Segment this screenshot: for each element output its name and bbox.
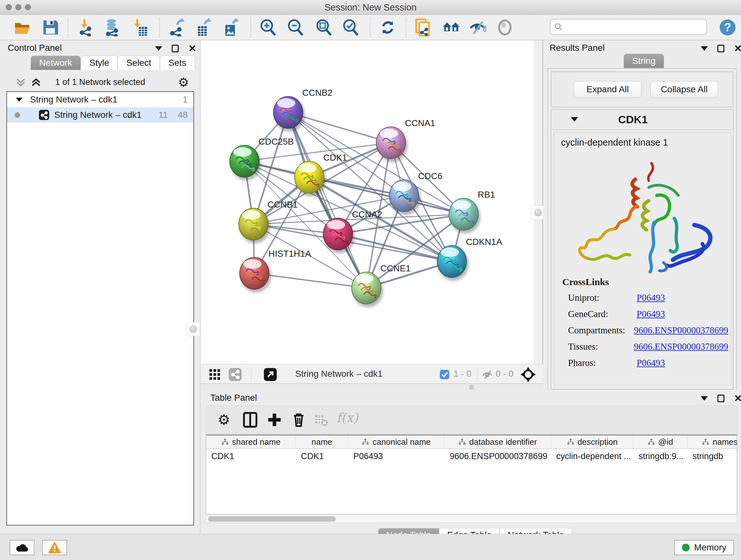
table-panel-close-icon[interactable]: ✕ — [734, 395, 741, 402]
column-header-database-identifier[interactable]: database identifier — [445, 435, 551, 448]
uniprot-link[interactable]: P06493 — [636, 293, 665, 303]
network-node-CCNA1[interactable]: CCNA1 — [376, 118, 435, 159]
export-network-icon[interactable] — [169, 18, 186, 37]
genecard-link[interactable]: P06493 — [636, 309, 665, 319]
open-in-window-icon[interactable] — [263, 368, 277, 381]
collection-expander-icon[interactable] — [16, 98, 22, 102]
show-columns-icon[interactable] — [242, 412, 259, 428]
search-input[interactable] — [565, 21, 702, 33]
table-panel-float-icon[interactable] — [718, 395, 724, 402]
birds-eye-view-icon[interactable] — [521, 367, 536, 382]
network-view-canvas[interactable]: CCNB2CCNA1CDC25BCDK1CDC6RB1CCNB1CCNA2CDK… — [201, 40, 534, 364]
results-panel-float-icon[interactable] — [718, 45, 724, 52]
create-column-icon[interactable] — [266, 412, 283, 428]
tissues-link[interactable]: 9606.ENSP00000378699 — [634, 341, 728, 352]
table-cell[interactable]: CDK1 — [296, 449, 348, 463]
zoom-selected-icon[interactable] — [342, 18, 360, 37]
first-neighbors-icon[interactable] — [442, 18, 460, 37]
export-image-icon[interactable] — [223, 18, 241, 37]
selected-checkbox-icon[interactable] — [440, 369, 450, 380]
table-cell[interactable]: stringdb:9... — [633, 449, 687, 463]
left-splitter-handle[interactable] — [186, 322, 200, 336]
open-session-icon[interactable] — [13, 18, 31, 37]
function-builder-icon: f(x) — [336, 410, 353, 427]
tab-string[interactable]: String — [623, 54, 664, 68]
protein-structure-image — [563, 155, 723, 273]
column-header-canonical-name[interactable]: canonical name — [348, 435, 445, 448]
tab-select[interactable]: Select — [118, 56, 160, 70]
collection-count: 1 — [183, 92, 188, 107]
table-cell[interactable]: CDK1 — [206, 449, 296, 463]
search-field[interactable] — [550, 19, 707, 35]
save-session-icon[interactable] — [42, 18, 59, 37]
network-options-gear-icon[interactable]: ⚙ — [178, 75, 189, 89]
pharos-link[interactable]: P06493 — [636, 358, 665, 368]
network-node-HIST1H1A[interactable]: HIST1H1A — [240, 249, 311, 289]
memory-button[interactable]: Memory — [674, 540, 734, 555]
network-node-count: 11 — [158, 107, 168, 123]
results-panel-close-icon[interactable]: ✕ — [734, 45, 741, 52]
table-cell[interactable]: stringdb — [687, 449, 737, 463]
show-all-icon[interactable] — [496, 18, 514, 37]
network-node-CDKN1A[interactable]: CDKN1A — [437, 237, 502, 277]
table-cell[interactable]: P06493 — [348, 449, 445, 463]
refresh-icon[interactable] — [379, 18, 397, 37]
zoom-out-icon[interactable] — [286, 18, 305, 37]
table-row[interactable]: CDK1CDK1P064939606.ENSP00000378699cyclin… — [206, 449, 737, 463]
table-cell[interactable]: cyclin-dependent ... — [551, 449, 633, 463]
network-node-CCNB1[interactable]: CCNB1 — [239, 199, 298, 240]
import-table-file-icon[interactable] — [131, 18, 148, 37]
control-panel-close-icon[interactable]: ✕ — [188, 45, 196, 52]
crosslink-label: GeneCard: — [568, 309, 636, 319]
network-thumbnail-icon[interactable] — [228, 368, 242, 381]
scrollbar-thumb[interactable] — [208, 516, 336, 522]
help-icon[interactable]: ? — [719, 18, 737, 37]
tab-network[interactable]: Network — [30, 56, 81, 70]
zoom-in-icon[interactable] — [259, 18, 277, 37]
cloud-status-button[interactable] — [10, 540, 35, 555]
window-close-button[interactable] — [6, 4, 12, 10]
crosslinks-heading: CrossLinks — [562, 276, 728, 287]
control-panel-float-icon[interactable] — [172, 45, 179, 52]
table-panel-menu-icon[interactable] — [701, 396, 708, 401]
network-row[interactable]: String Network – cdk1 11 48 — [7, 107, 193, 123]
gene-symbol: CDK1 — [618, 113, 648, 126]
compartments-link[interactable]: 9606.ENSP00000378699 — [634, 325, 728, 335]
column-header-shared-name[interactable]: shared name — [206, 435, 296, 448]
gene-expander-icon[interactable] — [571, 117, 578, 122]
warning-icon — [48, 542, 61, 553]
tab-sets[interactable]: Sets — [160, 56, 195, 70]
export-table-icon[interactable] — [195, 18, 213, 37]
network-edge-CCNE1-CCNB2[interactable] — [288, 112, 366, 288]
hide-selected-icon[interactable] — [468, 18, 486, 37]
grid-view-icon[interactable] — [208, 368, 221, 381]
crosslink-label: Uniprot: — [568, 293, 636, 303]
control-panel-menu-icon[interactable] — [155, 46, 162, 51]
table-options-gear-icon[interactable]: ⚙ — [218, 412, 234, 428]
network-edge-CCNE1-HIST1H1A[interactable] — [254, 273, 366, 288]
zoom-fit-icon[interactable] — [315, 18, 333, 37]
network-collection-row[interactable]: String Network – cdk1 1 — [7, 92, 193, 107]
expand-all-button[interactable]: Expand All — [574, 81, 642, 98]
import-network-database-icon[interactable] — [103, 18, 121, 37]
collapse-all-button[interactable]: Collapse All — [650, 81, 718, 98]
node-label-RB1: RB1 — [478, 190, 495, 199]
tab-style[interactable]: Style — [81, 56, 118, 70]
search-icon — [554, 23, 562, 31]
column-header--id[interactable]: @id — [633, 435, 687, 448]
results-panel-menu-icon[interactable] — [701, 46, 708, 51]
column-header-namespace[interactable]: namespace — [687, 435, 737, 448]
table-cell[interactable]: 9606.ENSP00000378699 — [445, 449, 551, 463]
window-zoom-button[interactable] — [25, 4, 31, 10]
warning-status-button[interactable] — [42, 540, 67, 555]
column-header-name[interactable]: name — [296, 435, 348, 448]
network-node-RB1[interactable]: RB1 — [449, 190, 495, 230]
column-header-description[interactable]: description — [551, 435, 633, 448]
clone-network-icon[interactable] — [414, 18, 432, 37]
window-minimize-button[interactable] — [15, 4, 21, 10]
network-edge-count: 48 — [178, 107, 188, 123]
delete-column-icon[interactable] — [290, 412, 307, 428]
table-horizontal-scrollbar[interactable] — [206, 515, 737, 523]
import-network-file-icon[interactable] — [77, 18, 95, 37]
network-edge-CCNB2-CCNA1[interactable] — [288, 112, 391, 143]
